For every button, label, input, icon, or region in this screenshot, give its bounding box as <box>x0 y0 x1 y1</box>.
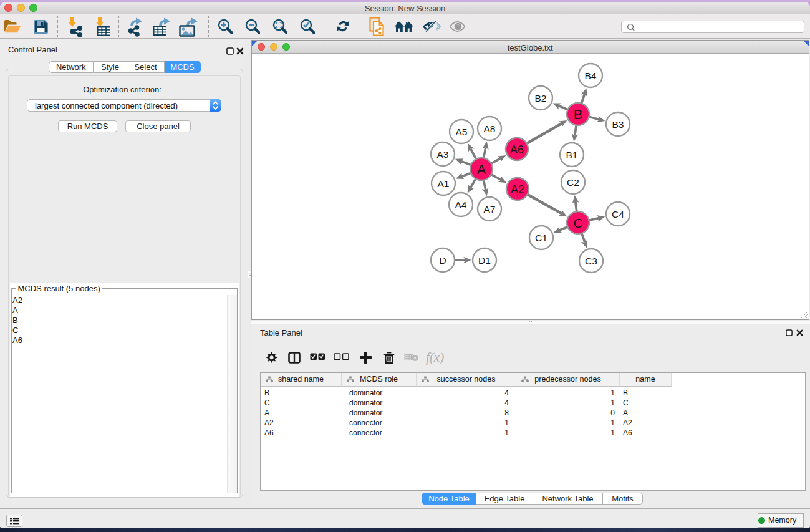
svg-text:A7: A7 <box>484 204 496 215</box>
svg-text:A: A <box>477 162 486 177</box>
svg-text:B4: B4 <box>585 70 597 81</box>
svg-text:A5: A5 <box>456 127 468 137</box>
svg-text:C2: C2 <box>567 177 579 188</box>
svg-text:C1: C1 <box>535 233 547 243</box>
svg-text:A6: A6 <box>510 143 524 156</box>
svg-text:B: B <box>574 107 583 122</box>
svg-text:A3: A3 <box>437 149 449 160</box>
svg-text:A8: A8 <box>484 123 496 134</box>
svg-text:C: C <box>573 216 582 230</box>
svg-text:A2: A2 <box>511 183 524 196</box>
svg-text:A1: A1 <box>438 178 450 189</box>
svg-text:D1: D1 <box>478 255 491 266</box>
svg-text:A4: A4 <box>455 200 467 210</box>
svg-text:D: D <box>439 255 446 266</box>
svg-text:B3: B3 <box>612 119 624 130</box>
svg-text:B1: B1 <box>566 150 578 160</box>
svg-text:B2: B2 <box>535 93 547 104</box>
svg-text:C4: C4 <box>612 209 624 220</box>
svg-text:C3: C3 <box>585 256 597 266</box>
